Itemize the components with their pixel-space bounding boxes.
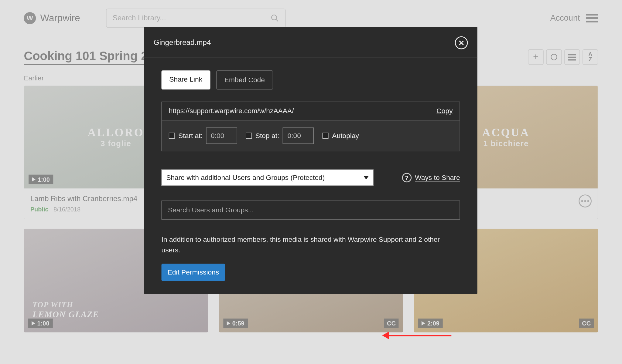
share-summary-text: In addition to authorized members, this … bbox=[162, 234, 460, 256]
search-users-input[interactable]: Search Users and Groups... bbox=[162, 201, 460, 220]
edit-permissions-button[interactable]: Edit Permissions bbox=[162, 264, 225, 281]
close-button[interactable]: ✕ bbox=[455, 36, 468, 49]
start-at-label: Start at: bbox=[178, 132, 203, 140]
stop-at-input[interactable]: 0:00 bbox=[283, 127, 314, 144]
chevron-down-icon bbox=[364, 176, 369, 179]
tab-share-link[interactable]: Share Link bbox=[162, 70, 210, 89]
share-link-panel: https://support.warpwire.com/w/hzAAAA/ C… bbox=[162, 102, 460, 151]
ways-to-share-link[interactable]: ? Ways to Share bbox=[402, 173, 460, 182]
tab-embed-code[interactable]: Embed Code bbox=[216, 70, 273, 89]
share-modal: Gingerbread.mp4 ✕ Share Link Embed Code … bbox=[144, 27, 477, 294]
start-at-checkbox[interactable] bbox=[169, 133, 175, 139]
start-at-input[interactable]: 0:00 bbox=[206, 127, 237, 144]
autoplay-label: Autoplay bbox=[332, 132, 359, 140]
modal-title: Gingerbread.mp4 bbox=[154, 39, 211, 47]
stop-at-checkbox[interactable] bbox=[246, 133, 252, 139]
autoplay-checkbox[interactable] bbox=[323, 133, 329, 139]
stop-at-label: Stop at: bbox=[255, 132, 279, 140]
help-icon: ? bbox=[402, 173, 411, 182]
share-scope-select[interactable]: Share with additional Users and Groups (… bbox=[162, 170, 374, 186]
copy-link-button[interactable]: Copy bbox=[436, 107, 453, 115]
close-icon: ✕ bbox=[458, 38, 464, 47]
share-url[interactable]: https://support.warpwire.com/w/hzAAAA/ bbox=[169, 107, 437, 115]
